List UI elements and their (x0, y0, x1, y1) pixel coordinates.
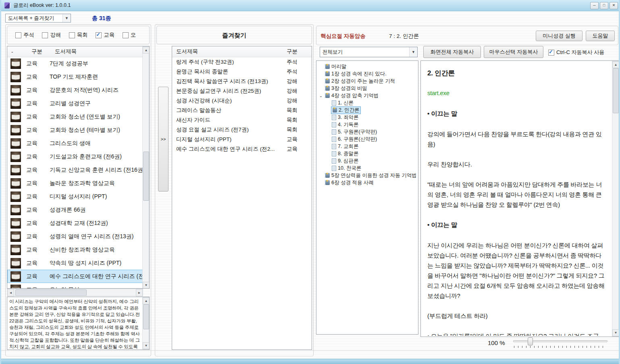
table-row[interactable]: 교육성경개론 66권 (7, 203, 143, 216)
table-row[interactable]: 교육신비한 창조과학 영상교육 (7, 243, 143, 256)
mini-bible-button[interactable]: 미니성경 실행 (536, 31, 583, 41)
tree-node[interactable]: 7. 교회론 (316, 143, 418, 150)
tree-node-box[interactable]: 8. 종말론 (331, 150, 360, 158)
tree-node-box[interactable]: 5. 구원론(구약편) (331, 128, 379, 136)
list-item[interactable]: 본문중심 설교연구 시리즈 (전25권)강해 (172, 86, 312, 96)
tree-node[interactable]: ★머리말 (316, 63, 418, 70)
table-row[interactable]: 교육강문호의 저작(번역) 시리즈 (7, 83, 143, 97)
table-row[interactable]: 교육성령의 열매 연구 시리즈 (전13권) (7, 230, 143, 243)
scroll-right-icon[interactable]: ► (136, 289, 143, 296)
expander-icon[interactable]: ⌄ (318, 94, 324, 98)
scroll-thumb[interactable] (143, 304, 149, 329)
col-title[interactable]: 도서제목 (52, 48, 77, 55)
list-item[interactable]: 윤명근 목사의 종말론주석 (172, 67, 312, 77)
list-item[interactable]: 성경 요절 설교 시리즈 (전7권)목회 (172, 125, 312, 135)
table-row[interactable]: 교육성경대학 교재 (전12권) (7, 216, 143, 230)
tree-node[interactable]: 9. 심판론 (316, 157, 418, 164)
content-link[interactable]: start.exe (427, 88, 605, 98)
tree-node[interactable]: ★6장 성경 적용 사례 (316, 179, 418, 186)
table-row[interactable]: 교육7단계 성경공부 (7, 57, 143, 70)
filter-교육[interactable]: 교육 (96, 31, 122, 39)
tree-node-box[interactable]: ★2장 성경이 주는 놀라운 기적 (324, 77, 397, 85)
ctrl-c-checkbox[interactable]: Ctrl-C 자동복사 사용 (548, 49, 604, 56)
filter-오[interactable]: 오 (123, 31, 149, 39)
col-category[interactable]: 구분 (287, 48, 312, 55)
checkbox-icon[interactable] (123, 32, 129, 38)
scroll-up-icon[interactable]: ▲ (143, 297, 150, 304)
checkbox-icon[interactable] (548, 50, 554, 56)
tree-node[interactable]: 4. 기독론 (316, 121, 418, 128)
table-row[interactable]: 교육교회와 청소년 (테마별 보기) (7, 123, 143, 137)
tree-node-box[interactable]: ★6장 성경 적용 사례 (324, 179, 375, 187)
book-list-vscrollbar[interactable]: ▲ ▼ (142, 46, 149, 289)
scroll-thumb[interactable] (613, 68, 619, 113)
tree-node-box[interactable]: ★2. 인간론 (331, 106, 361, 114)
col-category[interactable]: 구분 (31, 48, 52, 55)
add-to-favorites-button[interactable]: >> (158, 87, 169, 191)
table-row[interactable]: 교육그리스도의 생애 (7, 137, 143, 150)
filter-주석[interactable]: 주석 (15, 31, 42, 39)
checkbox-icon[interactable] (96, 32, 102, 38)
list-item[interactable]: 디지털 성서지리 (PPT)교육 (172, 135, 312, 144)
tree-node-box[interactable]: 10. 천국론 (331, 164, 363, 172)
table-row[interactable]: 교육교리별 성경연구 (7, 97, 143, 110)
list-item[interactable]: 랑게 주석 (구약 전32권)주석 (172, 57, 312, 67)
table-row[interactable]: 교육TOP 기도 제자훈련 (7, 70, 143, 83)
content-vscrollbar[interactable]: ▲ ▼ (612, 61, 619, 337)
table-row[interactable]: 교육교회와 청소년 (연도별 보기) (7, 110, 143, 123)
filter-강해[interactable]: 강해 (42, 31, 69, 39)
scroll-left-icon[interactable]: ◄ (7, 289, 14, 296)
table-row[interactable]: 교육기도설교와 훈련교재 (전6권) (7, 150, 143, 163)
table-row[interactable]: 교육예수 그리스도에 대한 연구 시리즈 (전22권) (7, 270, 143, 283)
tree-node[interactable]: 6. 구원론(신약편) (316, 135, 418, 143)
tree-node-box[interactable]: 4. 기독론 (331, 121, 360, 129)
tree-node-box[interactable]: 9. 심판론 (331, 157, 360, 165)
tree-node[interactable]: 10. 천국론 (316, 164, 418, 172)
table-row[interactable]: 교육약속의 땅 성지 시리즈 (PPT) (7, 256, 143, 270)
tree-node-box[interactable]: 6. 구원론(신약편) (331, 135, 379, 143)
checkbox-icon[interactable] (42, 32, 48, 38)
tree-node[interactable]: ★5장 연상력을 이용한 성경 자동 기억법 (316, 172, 418, 179)
tree-node[interactable]: ★1장 성경 속에 진리 있다. (316, 70, 418, 77)
list-item[interactable]: 성경 사건강해 (시대순)강해 (172, 96, 312, 106)
col-title[interactable]: 도서제목 (172, 48, 287, 55)
chevron-down-icon[interactable]: ▼ (409, 47, 417, 57)
tree-node[interactable]: ★2. 인간론 (316, 106, 418, 114)
minimize-icon[interactable]: ─ (590, 2, 599, 9)
checkbox-icon[interactable] (69, 32, 75, 38)
table-row[interactable]: 교육디지털 성서지리 (PPT) (7, 190, 143, 203)
scroll-thumb[interactable] (143, 152, 149, 201)
list-item[interactable]: 김진택 목사 말씀연구 시리즈 (전13권)강해 (172, 77, 312, 86)
tree-node[interactable]: 1. 신론 (316, 99, 418, 106)
view-mode-select[interactable]: 도서목록 + 즐겨찾기 ▼ (5, 14, 71, 23)
help-button[interactable]: 도움말 (586, 31, 615, 41)
scroll-thumb[interactable] (15, 289, 87, 296)
scroll-up-icon[interactable]: ▲ (143, 47, 150, 54)
tree-node-box[interactable]: ★머리말 (324, 63, 348, 71)
tree-node[interactable]: ★3장 성경의 비밀 (316, 85, 418, 92)
copy-mouse-button[interactable]: 마우스선택 자동복사 (484, 46, 543, 58)
tree-node[interactable]: ★2장 성경이 주는 놀라운 기적 (316, 77, 418, 85)
tree-node[interactable]: 5. 구원론(구약편) (316, 128, 418, 135)
tree-node[interactable]: 3. 죄악론 (316, 114, 418, 121)
book-list-hscrollbar[interactable]: ◄ ► (7, 289, 143, 296)
slider-thumb[interactable] (528, 337, 533, 345)
tree-node-box[interactable]: ★1장 성경 속에 진리 있다. (324, 70, 388, 78)
scroll-down-icon[interactable]: ▼ (612, 329, 619, 336)
tree-node-box[interactable]: ★5장 연상력을 이용한 성경 자동 기억법 (324, 172, 418, 179)
scroll-down-icon[interactable]: ▼ (143, 282, 150, 289)
tree-node-box[interactable]: 1. 신론 (331, 99, 355, 107)
table-row[interactable]: 교육놀라운 창조과학 영상교육 (7, 177, 143, 190)
tree-node-box[interactable]: ★3장 성경의 비밀 (324, 85, 369, 92)
list-item[interactable]: 예수 그리스도에 대한 연구 시리즈 (전2...교육 (172, 144, 312, 154)
view-filter-select[interactable]: 전체보기 ▼ (320, 47, 418, 57)
close-icon[interactable]: ✕ (610, 2, 618, 9)
copy-fullscreen-button[interactable]: 화면전체 자동복사 (423, 46, 481, 58)
tree-node-box[interactable]: 3. 죄악론 (331, 114, 360, 121)
list-item[interactable]: 새신자 가이드목회 (172, 115, 312, 125)
maximize-icon[interactable]: □ (600, 2, 608, 9)
list-item[interactable]: 그레이스 말씀동산목회 (172, 106, 312, 115)
col-icon[interactable]: - (7, 49, 31, 55)
scroll-down-icon[interactable]: ▼ (143, 342, 150, 349)
tree-node-box[interactable]: ★4장 성경 압축 기억법 (324, 92, 380, 100)
